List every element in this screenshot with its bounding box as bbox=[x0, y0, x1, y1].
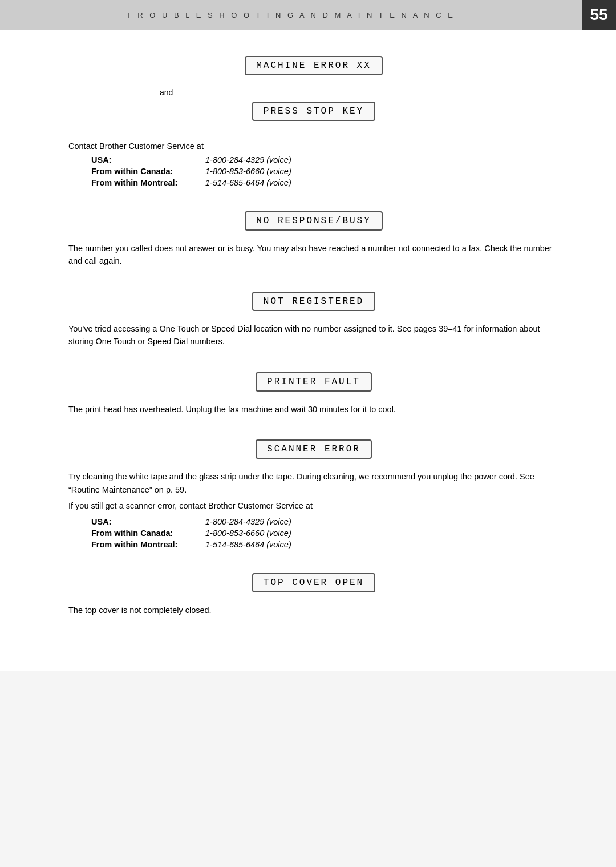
contact-value-montreal-2: 1-514-685-6464 (voice) bbox=[205, 540, 291, 549]
no-response-display: NO RESPONSE/BUSY bbox=[68, 208, 559, 234]
printer-fault-body: The print head has overheated. Unplug th… bbox=[68, 403, 559, 416]
section-not-registered: NOT REGISTERED You've tried accessing a … bbox=[68, 288, 559, 348]
no-response-body: The number you called does not answer or… bbox=[68, 242, 559, 268]
section-no-response: NO RESPONSE/BUSY The number you called d… bbox=[68, 208, 559, 268]
scanner-error-display: SCANNER ERROR bbox=[68, 436, 559, 462]
contact-row-canada-1: From within Canada: 1-800-853-6660 (voic… bbox=[91, 167, 559, 176]
contact-value-montreal-1: 1-514-685-6464 (voice) bbox=[205, 178, 291, 187]
contact-value-canada-2: 1-800-853-6660 (voice) bbox=[205, 529, 291, 538]
press-stop-display: PRESS STOP KEY bbox=[252, 98, 375, 124]
not-registered-display: NOT REGISTERED bbox=[68, 288, 559, 314]
no-response-lcd: NO RESPONSE/BUSY bbox=[245, 211, 383, 231]
contact-value-usa-2: 1-800-284-4329 (voice) bbox=[205, 517, 291, 526]
machine-error-lcd: MACHINE ERROR XX bbox=[245, 56, 383, 75]
contact-label-canada-2: From within Canada: bbox=[91, 529, 205, 538]
contact-row-canada-2: From within Canada: 1-800-853-6660 (voic… bbox=[91, 529, 559, 538]
machine-error-display: MACHINE ERROR XX bbox=[245, 53, 383, 79]
machine-error-intro: Contact Brother Customer Service at bbox=[68, 142, 559, 151]
contact-label-montreal-2: From within Montreal: bbox=[91, 540, 205, 549]
scanner-error-body2: If you still get a scanner error, contac… bbox=[68, 499, 559, 512]
page-container: T R O U B L E S H O O T I N G A N D M A … bbox=[0, 0, 616, 867]
section-top-cover: TOP COVER OPEN The top cover is not comp… bbox=[68, 570, 559, 616]
contact-value-usa-1: 1-800-284-4329 (voice) bbox=[205, 155, 291, 164]
contact-row-montreal-2: From within Montreal: 1-514-685-6464 (vo… bbox=[91, 540, 559, 549]
contact-row-usa-1: USA: 1-800-284-4329 (voice) bbox=[91, 155, 559, 164]
section-scanner-error: SCANNER ERROR Try cleaning the white tap… bbox=[68, 436, 559, 549]
page-number: 55 bbox=[582, 0, 616, 30]
top-cover-display: TOP COVER OPEN bbox=[68, 570, 559, 596]
top-cover-lcd: TOP COVER OPEN bbox=[252, 573, 375, 592]
contact-label-usa-2: USA: bbox=[91, 517, 205, 526]
not-registered-body: You've tried accessing a One Touch or Sp… bbox=[68, 322, 559, 348]
printer-fault-display: PRINTER FAULT bbox=[68, 369, 559, 395]
printer-fault-lcd: PRINTER FAULT bbox=[256, 372, 372, 392]
header-bar: T R O U B L E S H O O T I N G A N D M A … bbox=[0, 0, 616, 30]
header-title: T R O U B L E S H O O T I N G A N D M A … bbox=[11, 11, 605, 19]
press-stop-lcd: PRESS STOP KEY bbox=[252, 102, 375, 121]
contact-row-montreal-1: From within Montreal: 1-514-685-6464 (vo… bbox=[91, 178, 559, 187]
contact-label-usa-1: USA: bbox=[91, 155, 205, 164]
contact-value-canada-1: 1-800-853-6660 (voice) bbox=[205, 167, 291, 176]
scanner-error-contacts: USA: 1-800-284-4329 (voice) From within … bbox=[91, 517, 559, 549]
scanner-error-body1: Try cleaning the white tape and the glas… bbox=[68, 470, 559, 496]
section-machine-error: MACHINE ERROR XX and PRESS STOP KEY Cont… bbox=[68, 53, 559, 187]
machine-error-display-group: MACHINE ERROR XX and PRESS STOP KEY bbox=[68, 53, 559, 132]
not-registered-lcd: NOT REGISTERED bbox=[252, 292, 375, 311]
and-text: and bbox=[68, 88, 559, 97]
contact-label-canada-1: From within Canada: bbox=[91, 167, 205, 176]
contact-label-montreal-1: From within Montreal: bbox=[91, 178, 205, 187]
top-cover-body: The top cover is not completely closed. bbox=[68, 604, 559, 616]
contact-row-usa-2: USA: 1-800-284-4329 (voice) bbox=[91, 517, 559, 526]
machine-error-contacts: USA: 1-800-284-4329 (voice) From within … bbox=[91, 155, 559, 187]
section-printer-fault: PRINTER FAULT The print head has overhea… bbox=[68, 369, 559, 416]
content-area: MACHINE ERROR XX and PRESS STOP KEY Cont… bbox=[0, 30, 616, 671]
scanner-error-lcd: SCANNER ERROR bbox=[256, 439, 372, 459]
